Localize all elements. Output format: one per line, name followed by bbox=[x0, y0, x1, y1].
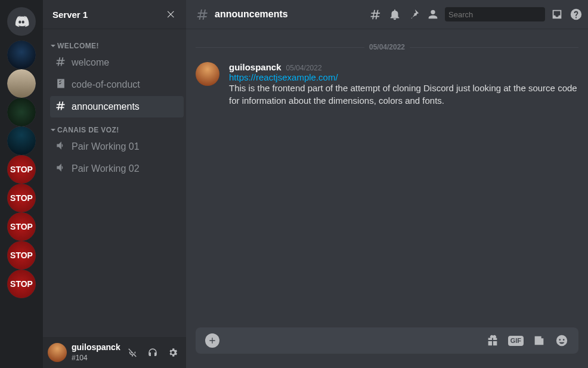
user-avatar[interactable] bbox=[48, 343, 67, 362]
mic-muted-icon bbox=[127, 347, 138, 358]
message-timestamp: 05/04/2022 bbox=[286, 64, 322, 72]
server-avatar bbox=[7, 98, 36, 126]
composer-bar[interactable]: GIF bbox=[196, 327, 578, 354]
sticker-button[interactable] bbox=[532, 333, 546, 348]
deafen-button[interactable] bbox=[144, 344, 161, 361]
help-icon bbox=[570, 8, 583, 21]
pin-icon bbox=[407, 8, 420, 21]
threads-icon bbox=[369, 8, 382, 21]
message: guilospanck 05/04/2022 https://reactjsex… bbox=[196, 61, 578, 116]
channel-label: code-of-conduct bbox=[72, 79, 140, 90]
server-list: STOPSTOPSTOPSTOPSTOP bbox=[7, 41, 36, 298]
settings-button[interactable] bbox=[165, 344, 181, 361]
voice-channel-pair-working-02[interactable]: Pair Working 02 bbox=[50, 158, 184, 180]
date-divider-label: 05/04/2022 bbox=[369, 43, 405, 51]
channel-label: Pair Working 02 bbox=[72, 163, 140, 174]
category-header[interactable]: CANAIS DE VOZ! bbox=[45, 126, 186, 135]
text-channel-code-of-conduct[interactable]: code-of-conduct bbox=[50, 74, 184, 95]
threads-button[interactable] bbox=[369, 7, 383, 21]
topbar: announcements bbox=[186, 0, 588, 29]
server-5[interactable]: STOP bbox=[7, 155, 36, 184]
channel-label: announcements bbox=[72, 101, 140, 112]
composer: GIF bbox=[186, 327, 588, 368]
emoji-button[interactable] bbox=[555, 333, 569, 348]
message-text: This is the frontend part of the attempt… bbox=[229, 82, 578, 107]
close-icon[interactable] bbox=[166, 9, 177, 20]
server-avatar: STOP bbox=[7, 184, 36, 212]
user-info[interactable]: guilospanck #104 bbox=[72, 342, 119, 363]
user-tag: #104 bbox=[72, 354, 88, 362]
speaker-icon bbox=[55, 162, 67, 176]
server-avatar bbox=[7, 41, 36, 69]
server-7[interactable]: STOP bbox=[7, 212, 36, 241]
message-author[interactable]: guilospanck bbox=[229, 62, 281, 72]
help-button[interactable] bbox=[569, 7, 583, 21]
text-channel-welcome[interactable]: welcome bbox=[50, 52, 184, 73]
server-avatar: STOP bbox=[7, 212, 36, 241]
members-button[interactable] bbox=[426, 7, 440, 21]
pins-button[interactable] bbox=[407, 7, 421, 21]
channel-column: Server 1 WELCOME!welcomecode-of-conducta… bbox=[43, 0, 186, 368]
server-title: Server 1 bbox=[52, 10, 88, 20]
hash-icon bbox=[55, 100, 67, 114]
server-4[interactable] bbox=[7, 126, 36, 155]
rules-icon bbox=[55, 78, 67, 92]
gif-button[interactable]: GIF bbox=[508, 336, 524, 346]
app-root: STOPSTOPSTOPSTOPSTOP Server 1 WELCOME!we… bbox=[0, 0, 588, 368]
channel-label: welcome bbox=[72, 57, 109, 68]
server-9[interactable]: STOP bbox=[7, 270, 36, 298]
chevron-down-icon bbox=[50, 43, 56, 49]
user-name: guilospanck bbox=[72, 342, 119, 352]
discord-icon bbox=[13, 13, 30, 30]
server-8[interactable]: STOP bbox=[7, 241, 36, 270]
inbox-button[interactable] bbox=[550, 7, 564, 21]
date-divider: 05/04/2022 bbox=[196, 43, 578, 51]
channel-label: Pair Working 01 bbox=[72, 141, 140, 152]
speaker-icon bbox=[55, 140, 67, 154]
chevron-down-icon bbox=[50, 127, 56, 133]
category-label: WELCOME! bbox=[57, 42, 99, 50]
headphones-icon bbox=[147, 347, 158, 358]
attach-button[interactable] bbox=[205, 333, 219, 348]
server-avatar: STOP bbox=[7, 241, 36, 270]
channel-title: announcements bbox=[215, 9, 288, 20]
server-3[interactable] bbox=[7, 98, 36, 126]
server-1[interactable] bbox=[7, 41, 36, 69]
mute-button[interactable] bbox=[124, 344, 141, 361]
server-rail: STOPSTOPSTOPSTOPSTOP bbox=[0, 0, 43, 368]
channel-list: WELCOME!welcomecode-of-conductannounceme… bbox=[43, 29, 186, 337]
gift-button[interactable] bbox=[485, 333, 500, 348]
category-label: CANAIS DE VOZ! bbox=[57, 126, 119, 134]
main-area: announcements 05/04/2022 guilospanck 05/… bbox=[186, 0, 588, 368]
inbox-icon bbox=[550, 8, 564, 21]
server-avatar: STOP bbox=[7, 155, 36, 184]
notifications-button[interactable] bbox=[388, 7, 402, 21]
category-header[interactable]: WELCOME! bbox=[45, 42, 186, 51]
home-button[interactable] bbox=[7, 7, 36, 36]
server-6[interactable]: STOP bbox=[7, 184, 36, 212]
bell-icon bbox=[388, 8, 401, 21]
message-link[interactable]: https://reactjsexample.com/ bbox=[229, 72, 578, 82]
search-box[interactable] bbox=[445, 7, 545, 21]
server-2[interactable] bbox=[7, 69, 36, 98]
text-channel-announcements[interactable]: announcements bbox=[50, 96, 184, 117]
emoji-icon bbox=[555, 334, 568, 347]
voice-channel-pair-working-01[interactable]: Pair Working 01 bbox=[50, 136, 184, 157]
user-panel-icons bbox=[124, 344, 181, 361]
plus-icon bbox=[208, 336, 217, 345]
server-avatar: STOP bbox=[7, 270, 36, 298]
members-icon bbox=[426, 8, 440, 21]
server-avatar bbox=[7, 69, 36, 98]
hash-icon bbox=[55, 55, 67, 70]
gear-icon bbox=[168, 347, 178, 358]
gift-icon bbox=[486, 334, 499, 347]
server-avatar bbox=[7, 126, 36, 155]
message-list: 05/04/2022 guilospanck 05/04/2022 https:… bbox=[186, 29, 588, 327]
hash-icon bbox=[196, 7, 210, 21]
server-header[interactable]: Server 1 bbox=[43, 0, 186, 29]
sticker-icon bbox=[533, 334, 546, 347]
message-avatar[interactable] bbox=[196, 62, 219, 86]
search-input[interactable] bbox=[448, 10, 549, 19]
user-panel: guilospanck #104 bbox=[43, 337, 186, 368]
